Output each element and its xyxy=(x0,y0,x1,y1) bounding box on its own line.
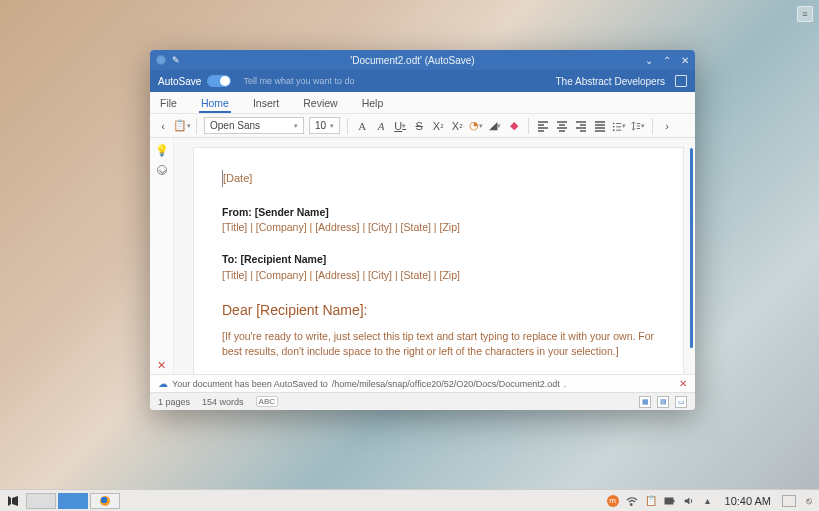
pin-icon[interactable]: ✎ xyxy=(172,55,180,65)
menu-bar: File Home Insert Review Help xyxy=(150,92,695,114)
bold-icon[interactable]: A xyxy=(355,119,369,133)
salutation[interactable]: Dear [Recipient Name]: xyxy=(222,300,655,321)
document-page[interactable]: [Date] From: [Sender Name] [Title] | [Co… xyxy=(194,148,683,374)
os-taskbar: m 📋 ▴ 10:40 AM ⎋ xyxy=(0,489,819,511)
tray-expand-icon[interactable]: ▴ xyxy=(702,495,714,507)
font-size-value: 10 xyxy=(315,120,326,131)
svg-point-2 xyxy=(613,129,615,131)
firefox-icon xyxy=(100,496,110,506)
svg-rect-4 xyxy=(673,500,675,502)
font-family-select[interactable]: Open Sans ▾ xyxy=(204,117,304,134)
font-size-select[interactable]: 10 ▾ xyxy=(309,117,340,134)
app-window: ✎ 'Document2.odt' (AutoSave) ⌄ ⌃ ✕ AutoS… xyxy=(150,50,695,410)
cloud-icon: ☁ xyxy=(158,378,168,389)
spellcheck-indicator[interactable]: ABC xyxy=(256,396,278,407)
taskbar-item-desktop[interactable] xyxy=(26,493,56,509)
body-tip-text[interactable]: [If you're ready to write, just select t… xyxy=(222,329,655,361)
autosave-bar: AutoSave Tell me what you want to do The… xyxy=(150,70,695,92)
view-print-layout-icon[interactable]: ▦ xyxy=(639,396,651,408)
svg-point-1 xyxy=(613,126,615,128)
underline-icon[interactable]: U▾ xyxy=(393,119,407,133)
separator xyxy=(196,118,197,134)
work-area: 💡 ✕ [Date] From: [Sender Name] [Title] |… xyxy=(150,138,695,374)
menu-file[interactable]: File xyxy=(158,93,179,113)
more-icon[interactable]: › xyxy=(660,119,674,133)
to-label[interactable]: To: xyxy=(222,253,238,265)
menu-home[interactable]: Home xyxy=(199,93,231,113)
start-menu-icon[interactable] xyxy=(4,494,22,508)
taskbar-item-office[interactable] xyxy=(58,493,88,509)
tray-update-icon[interactable]: m xyxy=(607,495,619,507)
close-button[interactable]: ✕ xyxy=(681,55,689,66)
strikethrough-icon[interactable]: S xyxy=(412,119,426,133)
from-address-line[interactable]: [Title] | [Company] | [Address] | [City]… xyxy=(222,220,655,236)
italic-icon[interactable]: A xyxy=(374,119,388,133)
to-address-line[interactable]: [Title] | [Company] | [Address] | [City]… xyxy=(222,268,655,284)
volume-icon[interactable] xyxy=(683,495,695,507)
formatting-toolbar: ‹ 📋▾ Open Sans ▾ 10 ▾ A A U▾ S X2 X2 ◔▾ … xyxy=(150,114,695,138)
superscript-icon[interactable]: X2 xyxy=(431,119,445,133)
line-spacing-icon[interactable]: ▾ xyxy=(631,119,645,133)
eraser-icon[interactable]: ◆ xyxy=(507,119,521,133)
scrollbar-thumb[interactable] xyxy=(690,148,693,348)
autosave-toggle[interactable] xyxy=(207,75,231,87)
page-viewport[interactable]: [Date] From: [Sender Name] [Title] | [Co… xyxy=(174,138,695,374)
clock[interactable]: 10:40 AM xyxy=(725,495,771,507)
highlight-icon[interactable]: ◢▾ xyxy=(488,119,502,133)
status-bar: 1 pages 154 words ABC ▦ ▤ ▭ xyxy=(150,392,695,410)
minimize-button[interactable]: ⌄ xyxy=(645,55,653,66)
dismiss-notification-icon[interactable]: ✕ xyxy=(679,378,687,389)
page-count[interactable]: 1 pages xyxy=(158,397,190,407)
bullet-list-icon[interactable]: ▾ xyxy=(612,119,626,133)
chevron-down-icon: ▾ xyxy=(294,122,298,130)
align-left-icon[interactable] xyxy=(536,119,550,133)
autosave-label: AutoSave xyxy=(158,76,201,87)
document-icon[interactable] xyxy=(675,75,687,87)
maximize-button[interactable]: ⌃ xyxy=(663,55,671,66)
chevron-down-icon: ▾ xyxy=(330,122,334,130)
word-count[interactable]: 154 words xyxy=(202,397,244,407)
track-changes-icon[interactable] xyxy=(157,165,167,175)
to-name[interactable]: [Recipient Name] xyxy=(240,253,326,265)
svg-rect-3 xyxy=(665,498,673,504)
left-gutter: 💡 ✕ xyxy=(150,138,174,374)
menu-review[interactable]: Review xyxy=(301,93,339,113)
autosave-msg-path: /home/milesa/snap/office20/52/O20/Docs/D… xyxy=(332,379,560,389)
clipboard-icon[interactable]: 📋 xyxy=(645,495,657,507)
svg-point-0 xyxy=(613,122,615,124)
os-menu-button[interactable]: ≡ xyxy=(797,6,813,22)
back-icon[interactable]: ‹ xyxy=(156,119,170,133)
subscript-icon[interactable]: X2 xyxy=(450,119,464,133)
autosave-notification: ☁ Your document has been AutoSaved to /h… xyxy=(150,374,695,392)
menu-insert[interactable]: Insert xyxy=(251,93,281,113)
paste-icon[interactable]: 📋▾ xyxy=(175,119,189,133)
taskbar-item-browser[interactable] xyxy=(90,493,120,509)
view-web-layout-icon[interactable]: ▤ xyxy=(657,396,669,408)
title-bar: ✎ 'Document2.odt' (AutoSave) ⌄ ⌃ ✕ xyxy=(150,50,695,70)
align-justify-icon[interactable] xyxy=(593,119,607,133)
autosave-msg-prefix: Your document has been AutoSaved to xyxy=(172,379,328,389)
align-right-icon[interactable] xyxy=(574,119,588,133)
close-panel-icon[interactable]: ✕ xyxy=(157,359,166,372)
align-center-icon[interactable] xyxy=(555,119,569,133)
date-field[interactable]: [Date] xyxy=(223,172,252,184)
lightbulb-icon[interactable]: 💡 xyxy=(155,144,169,157)
wifi-icon[interactable] xyxy=(626,495,638,507)
tell-me-input[interactable]: Tell me what you want to do xyxy=(243,76,555,86)
view-reading-icon[interactable]: ▭ xyxy=(675,396,687,408)
app-icon xyxy=(156,55,166,65)
separator xyxy=(652,118,653,134)
from-label[interactable]: From: xyxy=(222,206,252,218)
font-family-value: Open Sans xyxy=(210,120,260,131)
brand-label: The Abstract Developers xyxy=(556,76,666,87)
separator xyxy=(347,118,348,134)
show-desktop-button[interactable] xyxy=(782,495,796,507)
from-name[interactable]: [Sender Name] xyxy=(255,206,329,218)
menu-help[interactable]: Help xyxy=(360,93,386,113)
battery-icon[interactable] xyxy=(664,495,676,507)
font-color-icon[interactable]: ◔▾ xyxy=(469,119,483,133)
tray-logout-icon[interactable]: ⎋ xyxy=(803,495,815,507)
separator xyxy=(528,118,529,134)
window-title: 'Document2.odt' (AutoSave) xyxy=(180,55,645,66)
